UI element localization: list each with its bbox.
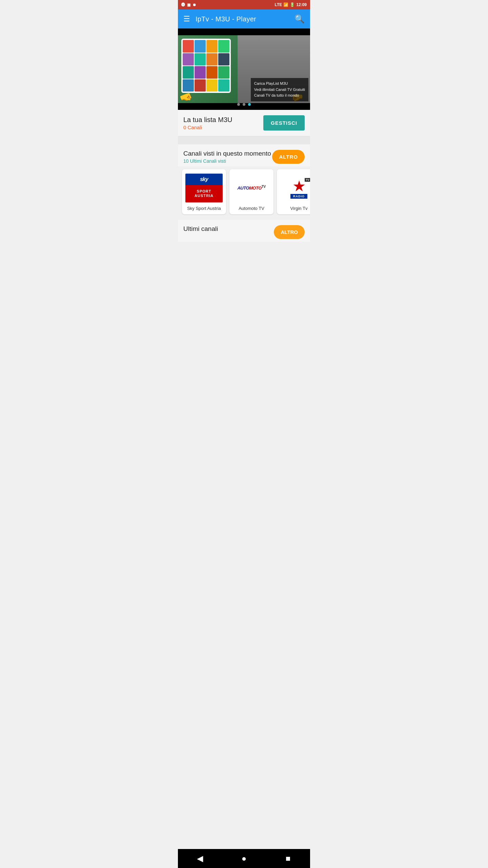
automoto-logo: AUTOMOTOTV bbox=[233, 173, 270, 203]
channel-name-automoto: Automoto TV bbox=[239, 206, 264, 211]
channels-count: 0 Canali bbox=[183, 124, 232, 130]
channel-card-virgin[interactable]: ★ TV RADIO Virgin Tv bbox=[277, 169, 310, 214]
recent-subtitle[interactable]: 10 Ultimi Canali visti bbox=[183, 158, 271, 164]
channel-name-virgin: Virgin Tv bbox=[290, 206, 308, 211]
ultimi-title: Ultimi canali bbox=[183, 225, 218, 233]
carousel[interactable]: 🤜 🤜 Carica PlayList M3U Vedi illimitati … bbox=[178, 28, 310, 110]
overlay-line1: Carica PlayList M3U bbox=[254, 81, 305, 87]
ultimi-altro-button[interactable]: ALTRO bbox=[274, 225, 305, 239]
bottom-spacer bbox=[178, 242, 310, 262]
dot-1[interactable] bbox=[237, 103, 240, 106]
altro-button[interactable]: ALTRO bbox=[272, 150, 305, 164]
main-content: 🤜 🤜 Carica PlayList M3U Vedi illimitati … bbox=[178, 28, 310, 281]
section-info: Canali visti in questo momento 10 Ultimi… bbox=[183, 150, 271, 164]
signal-bars: 📶 bbox=[283, 2, 288, 7]
search-button[interactable]: 🔍 bbox=[294, 14, 305, 24]
m3u-info: La tua lista M3U 0 Canali bbox=[183, 116, 232, 130]
app-bar: ☰ IpTv - M3U - Player 🔍 bbox=[178, 9, 310, 28]
recent-section-header: Canali visti in questo momento 10 Ultimi… bbox=[178, 144, 310, 166]
m3u-section: La tua lista M3U 0 Canali GESTISCI bbox=[178, 110, 310, 136]
app-title: IpTv - M3U - Player bbox=[196, 15, 294, 23]
channels-grid: sky SPORT AUSTRIA Sky Sport Austria AUTO… bbox=[178, 166, 310, 220]
ultimi-section: Ultimi canali ALTRO bbox=[178, 220, 310, 242]
m3u-title: La tua lista M3U bbox=[183, 116, 232, 124]
divider bbox=[178, 136, 310, 144]
recent-title: Canali visti in questo momento bbox=[183, 150, 271, 157]
overlay-line2: Vedi illimitati Canali TV Gratuiti bbox=[254, 87, 305, 93]
channel-name-sky: Sky Sport Austria bbox=[187, 206, 221, 211]
channel-card-automoto[interactable]: AUTOMOTOTV Automoto TV bbox=[229, 169, 273, 214]
gestisci-button[interactable]: GESTISCI bbox=[263, 115, 305, 131]
sky-logo: sky SPORT AUSTRIA bbox=[185, 173, 223, 203]
status-icons-right: LTE 📶 🔋 12:09 bbox=[275, 2, 307, 7]
virgin-logo: ★ TV RADIO bbox=[280, 173, 310, 203]
channel-card-sky[interactable]: sky SPORT AUSTRIA Sky Sport Austria bbox=[182, 169, 226, 214]
battery-icon: 🔋 bbox=[290, 2, 295, 7]
time: 12:09 bbox=[296, 2, 307, 7]
overlay-line3: Canali TV da tutto il mondo bbox=[254, 93, 305, 99]
menu-button[interactable]: ☰ bbox=[183, 15, 190, 23]
icon-a: 🅐 bbox=[181, 3, 185, 7]
status-bar: 🅐 ▦ ⏺ LTE 📶 🔋 12:09 bbox=[178, 0, 310, 9]
carousel-overlay: Carica PlayList M3U Vedi illimitati Cana… bbox=[251, 78, 308, 101]
carousel-left: 🤜 bbox=[178, 35, 244, 103]
dot-2[interactable] bbox=[243, 103, 245, 106]
icon-menu: ▦ bbox=[187, 3, 190, 7]
lte-icon: LTE bbox=[275, 2, 282, 7]
icon-record: ⏺ bbox=[192, 3, 196, 7]
status-icons-left: 🅐 ▦ ⏺ bbox=[181, 3, 196, 7]
carousel-dots[interactable] bbox=[178, 103, 310, 106]
dot-3[interactable] bbox=[248, 103, 251, 106]
